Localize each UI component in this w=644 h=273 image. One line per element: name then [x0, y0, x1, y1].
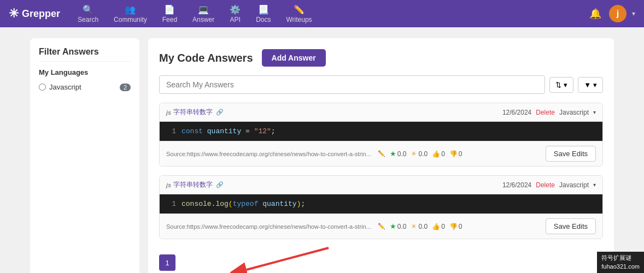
search-nav-icon: 🔍 [83, 4, 93, 15]
code-2-paren-open: ( [229, 200, 233, 208]
answer-1-title: 字符串转数字 [173, 108, 213, 116]
answer-2-stat-star: ★ 0.0 [390, 222, 407, 230]
nav-docs[interactable]: 📃 Docs [249, 1, 277, 27]
nav-api[interactable]: ⚙️ API [223, 1, 247, 27]
answer-1-title-link[interactable]: 字符串转数字 🔗 [173, 108, 223, 117]
answer-2-title-link[interactable]: 字符串转数字 🔗 [173, 180, 223, 189]
answer-2-save-edits-button[interactable]: Save Edits [546, 218, 596, 234]
sidebar: Filter Answers My Languages Javascript 2 [30, 38, 139, 273]
nav-writeups[interactable]: ✏️ Writeups [279, 1, 318, 27]
nav-community[interactable]: 👥 Community [107, 1, 154, 27]
thumbs-up-2-icon: 👍 [432, 223, 440, 230]
search-bar-row: ⇅ ▾ ▼ ▾ [159, 75, 603, 94]
answer-nav-icon: 💻 [198, 4, 209, 15]
avatar[interactable]: j [609, 5, 627, 22]
notifications-button[interactable]: 🔔 [587, 5, 604, 22]
nav-search[interactable]: 🔍 Search [71, 1, 105, 27]
answer-1-line-number: 1 [167, 127, 176, 135]
answer-2-title: 字符串转数字 [173, 181, 213, 188]
sort-button[interactable]: ⇅ ▾ [549, 77, 573, 93]
red-arrow [230, 242, 339, 273]
thumbs-up-icon: 👍 [432, 150, 440, 158]
pagination: 1 [159, 254, 175, 271]
page-1-button[interactable]: 1 [159, 254, 175, 271]
answer-1-edit-icon[interactable]: ✏️ [378, 150, 385, 157]
sort-icon: ⇅ [555, 81, 561, 89]
javascript-radio[interactable] [39, 84, 46, 91]
answer-1-delete-button[interactable]: Delete [536, 109, 555, 116]
answer-1-lang-tag: js [166, 109, 171, 116]
content-area: My Code Answers Add Answer ⇅ ▾ ▼ ▾ js 字符… [148, 38, 614, 273]
filter-dropdown-icon: ▾ [593, 81, 597, 89]
code-1-keyword: const [182, 127, 207, 135]
search-input[interactable] [159, 75, 545, 94]
nav-answer[interactable]: 💻 Answer [186, 1, 221, 27]
community-nav-icon: 👥 [125, 4, 136, 15]
code-1-string: "12" [254, 127, 271, 135]
star-icon: ★ [390, 150, 396, 158]
api-nav-icon: ⚙️ [230, 4, 241, 15]
answer-2-stat-sun: ☀ 0.0 [411, 222, 428, 230]
writeups-nav-icon: ✏️ [294, 4, 305, 15]
star-2-icon: ★ [390, 222, 396, 230]
answer-2-lang-tag: js [166, 182, 171, 188]
code-2-var: quantity [262, 200, 296, 208]
answer-1-save-edits-button[interactable]: Save Edits [546, 146, 596, 162]
answer-2-sun-val: 0.0 [418, 223, 428, 230]
answer-1-code-content: const quantity = "12"; [182, 127, 595, 135]
answer-1-lang-chevron: ▾ [593, 109, 596, 115]
answer-1-stat-sun: ☀ 0.0 [411, 150, 428, 158]
answer-2-meta-right: 12/6/2024 Delete Javascript ▾ [502, 181, 596, 189]
nav-community-label: Community [114, 16, 147, 23]
feed-nav-icon: 📄 [164, 4, 175, 15]
logo-text: Grepper [22, 8, 60, 20]
add-answer-button[interactable]: Add Answer [262, 49, 326, 67]
nav-feed-label: Feed [162, 16, 177, 23]
answer-2-lang: Javascript [559, 181, 589, 189]
code-2-log: console.log [182, 200, 229, 208]
thumbs-down-2-icon: 👎 [449, 223, 458, 230]
answer-2-lang-chevron: ▾ [593, 182, 596, 188]
answer-1-stat-up: 👍 0 [432, 150, 445, 158]
navbar: ✳ Grepper 🔍 Search 👥 Community 📄 Feed 💻 … [0, 0, 644, 27]
page-title: My Code Answers [159, 52, 253, 64]
sidebar-languages-title: My Languages [39, 68, 131, 76]
answer-1-stat-down: 👎 0 [449, 150, 462, 158]
content-header: My Code Answers Add Answer [159, 49, 603, 67]
docs-nav-icon: 📃 [258, 4, 269, 15]
main-container: Filter Answers My Languages Javascript 2… [21, 38, 623, 273]
avatar-letter: j [617, 9, 619, 19]
answer-2-delete-button[interactable]: Delete [536, 181, 555, 189]
answer-1-footer: Source:https://www.freecodecamp.org/chin… [160, 141, 602, 166]
avatar-dropdown-arrow[interactable]: ▾ [632, 10, 635, 17]
answer-1-date: 12/6/2024 [502, 109, 531, 116]
filter-icon: ▼ [584, 81, 591, 89]
answer-card-2: js 字符串转数字 🔗 12/6/2024 Delete Javascript … [159, 175, 603, 239]
answer-2-tag: js 字符串转数字 🔗 [166, 180, 224, 189]
javascript-count-badge: 2 [120, 84, 131, 91]
answer-2-line-number: 1 [167, 200, 176, 208]
logo[interactable]: ✳ Grepper [9, 7, 60, 21]
answer-2-footer: Source:https://www.freecodecamp.org/chin… [160, 213, 602, 239]
answer-2-code-content: console.log(typeof quantity); [182, 200, 595, 208]
answer-1-code-block: 1 const quantity = "12"; [160, 122, 602, 141]
answer-card-1: js 字符串转数字 🔗 12/6/2024 Delete Javascript … [159, 103, 603, 167]
answer-2-date: 12/6/2024 [502, 181, 531, 189]
watermark-line1: 符号扩展谜 [601, 254, 640, 262]
nav-docs-label: Docs [256, 16, 271, 23]
nav-writeups-label: Writeups [286, 16, 312, 23]
navbar-right: 🔔 j ▾ [587, 5, 635, 22]
answer-card-2-header: js 字符串转数字 🔗 12/6/2024 Delete Javascript … [160, 176, 602, 194]
watermark-line2: fuhao321.com [601, 263, 640, 271]
answer-2-star-val: 0.0 [397, 223, 407, 230]
sun-icon: ☀ [411, 150, 417, 158]
sidebar-title: Filter Answers [39, 47, 131, 62]
filter-button[interactable]: ▼ ▾ [578, 77, 603, 93]
nav-feed[interactable]: 📄 Feed [156, 1, 184, 27]
answer-1-external-icon: 🔗 [216, 109, 224, 115]
answer-1-stat-star: ★ 0.0 [390, 150, 407, 158]
answer-1-source: Source:https://www.freecodecamp.org/chin… [166, 151, 371, 157]
answer-2-edit-icon[interactable]: ✏️ [378, 223, 385, 230]
sidebar-lang-javascript: Javascript 2 [39, 81, 131, 93]
watermark: 符号扩展谜 fuhao321.com [597, 252, 644, 273]
